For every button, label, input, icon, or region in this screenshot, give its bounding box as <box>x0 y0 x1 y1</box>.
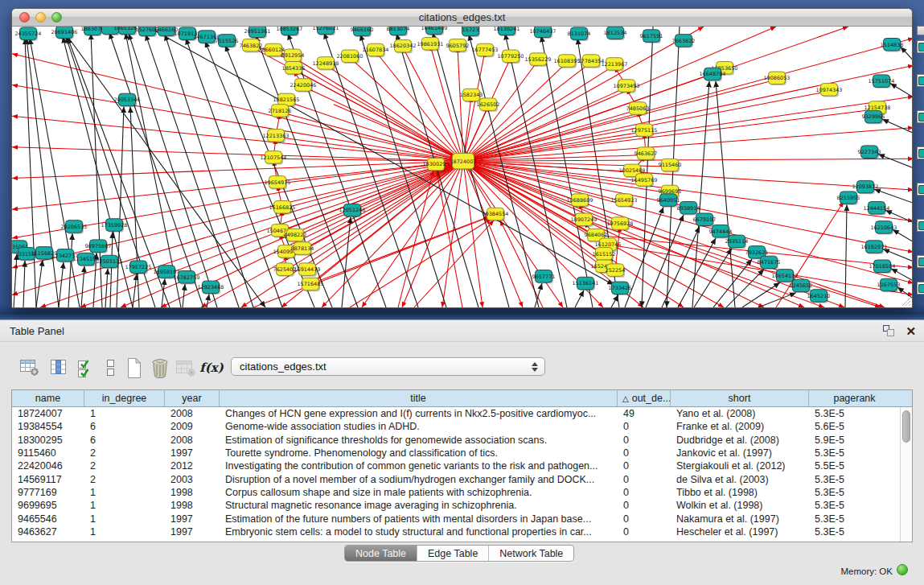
graph-node-label: 9329966 <box>862 114 885 121</box>
graph-node-label: 7932621 <box>745 249 769 256</box>
graph-edge <box>165 35 253 307</box>
select-column-button[interactable] <box>47 356 71 380</box>
new-column-button[interactable] <box>122 356 146 380</box>
close-window-button[interactable] <box>19 12 30 23</box>
table-panel: Table Panel ✕ <box>0 319 924 585</box>
table-scrollbar-thumb[interactable] <box>902 410 910 443</box>
select-column-icon <box>49 358 68 377</box>
table-cell: 1 <box>84 500 165 511</box>
graph-node-label: 1645210 <box>807 293 831 299</box>
table-row[interactable]: 977716911998Corpus callosum shape and si… <box>12 486 912 499</box>
minimize-window-button[interactable] <box>35 12 46 23</box>
network-window-titlebar[interactable]: citations_edges.txt <box>12 9 912 27</box>
table-row[interactable]: 2242004622012Investigating the contribut… <box>12 459 912 472</box>
table-cell: 5.3E-5 <box>809 526 900 538</box>
unselect-rows-button[interactable] <box>98 356 122 380</box>
tab-network-table[interactable]: Network Table <box>488 546 573 561</box>
node-table: name in_degree year title △ out_de... sh… <box>11 389 913 542</box>
graph-edge <box>186 39 282 307</box>
window-resize-grip[interactable] <box>900 295 911 307</box>
graph-node-label: 10779250 <box>498 53 524 60</box>
table-cell: 5.5E-5 <box>809 460 900 472</box>
table-row[interactable]: 911546021997Tourette syndrome. Phenomeno… <box>12 447 912 459</box>
column-header-year[interactable]: year <box>165 390 220 406</box>
graph-node-label: 252254 <box>606 267 626 274</box>
graph-node-label: 10688609 <box>567 197 593 204</box>
tab-edge-table[interactable]: Edge Table <box>417 546 488 561</box>
column-header-title[interactable]: title <box>220 390 618 406</box>
table-cell: 18724007 <box>12 408 84 419</box>
column-header-short[interactable]: short <box>671 390 809 406</box>
graph-node-label: 2718126 <box>269 108 292 114</box>
graph-edge <box>463 27 776 161</box>
graph-edge <box>40 161 463 307</box>
column-header-name[interactable]: name <box>12 390 84 406</box>
graph-node-label: 19384554 <box>483 211 509 217</box>
select-all-rows-icon <box>76 357 96 378</box>
table-row[interactable]: 1938455462009Genome-wide association stu… <box>12 420 912 433</box>
column-header-pagerank[interactable]: pagerank <box>809 390 900 406</box>
graph-node-label: 1812534 <box>604 30 627 36</box>
graph-node-label: 18620342 <box>390 43 417 50</box>
graph-node-label: 10025488 <box>619 167 646 174</box>
graph-node-label: 18300295 <box>423 162 450 168</box>
table-row[interactable]: 946362711997Embryonic stem cells: a mode… <box>12 525 912 538</box>
float-panel-icon[interactable] <box>882 324 896 338</box>
network-canvas[interactable]: 2435572420691406188307410653267152760264… <box>12 27 912 307</box>
graph-node-label: 1883074 <box>81 27 105 32</box>
tab-node-table[interactable]: Node Table <box>345 546 417 561</box>
zoom-window-button[interactable] <box>51 12 62 23</box>
table-cell: 2008 <box>165 435 220 446</box>
function-builder-button[interactable]: f(x) <box>199 356 224 380</box>
table-cell: 2008 <box>165 408 220 419</box>
table-cell: Investigating the contribution of common… <box>220 460 618 472</box>
graph-node-label: 7625402 <box>273 266 297 273</box>
graph-node-label: 9617591 <box>640 33 663 39</box>
table-settings-button[interactable] <box>18 356 42 380</box>
graph-node-label: 24355724 <box>15 31 42 37</box>
table-row[interactable]: 1872400712008Changes of HCN gene express… <box>12 407 912 420</box>
network-view-window[interactable]: citations_edges.txt 24355724206914061883… <box>11 8 913 308</box>
column-header-in-degree[interactable]: in_degree <box>84 390 165 406</box>
table-row[interactable]: 1830029562008Estimation of significance … <box>12 434 912 447</box>
table-select-dropdown[interactable]: citations_edges.txt <box>231 357 545 376</box>
graph-edge <box>294 69 463 161</box>
network-graph[interactable]: 2435572420691406188307410653267152760264… <box>12 27 912 307</box>
graph-node-label: 10654112 <box>772 273 799 279</box>
graph-node-label: 8131074 <box>568 31 591 37</box>
network-window-title: citations_edges.txt <box>12 9 912 26</box>
select-all-rows-button[interactable] <box>74 356 98 380</box>
traffic-lights <box>19 12 62 23</box>
graph-node-label: 15654923 <box>611 197 638 204</box>
graph-edge <box>12 161 463 209</box>
graph-edge <box>611 295 618 307</box>
table-row[interactable]: 946554611997Estimation of the future num… <box>12 512 912 525</box>
sliver-node-fragment <box>917 110 924 123</box>
graph-node-label: 16777453 <box>472 47 499 53</box>
graph-node-label: 19756928 <box>607 220 634 227</box>
table-cell: Franke et al. (2009) <box>671 421 809 432</box>
close-panel-icon[interactable]: ✕ <box>906 325 916 337</box>
graph-node-label: 12444154 <box>864 205 890 212</box>
graph-edge <box>81 266 84 307</box>
column-header-out-degree[interactable]: △ out_de... <box>618 390 671 406</box>
graph-node-label: 12248938 <box>313 60 339 67</box>
graph-edge <box>30 39 80 307</box>
delete-column-icon <box>150 357 170 379</box>
delete-table-button[interactable] <box>174 356 198 380</box>
table-type-tabs: Node Table Edge Table Network Table <box>344 545 574 562</box>
table-cell: 18300295 <box>12 435 84 446</box>
memory-status-label: Memory: OK <box>840 566 893 576</box>
delete-column-button[interactable] <box>148 356 172 380</box>
table-cell: Yano et al. (2008) <box>671 408 809 419</box>
graph-edge <box>620 224 881 307</box>
graph-edge <box>342 217 351 307</box>
graph-edge <box>878 154 912 168</box>
table-scrollbar[interactable] <box>900 407 912 542</box>
table-row[interactable]: 969969511998Structural magnetic resonanc… <box>12 499 912 512</box>
graph-node-label: 16648784 <box>700 71 726 77</box>
graph-node-label: 8471675 <box>758 259 781 266</box>
graph-node-label: 22081060 <box>337 53 363 60</box>
memory-status-indicator[interactable] <box>897 564 908 575</box>
table-row[interactable]: 1456911722003Disruption of a novel membe… <box>12 472 912 485</box>
